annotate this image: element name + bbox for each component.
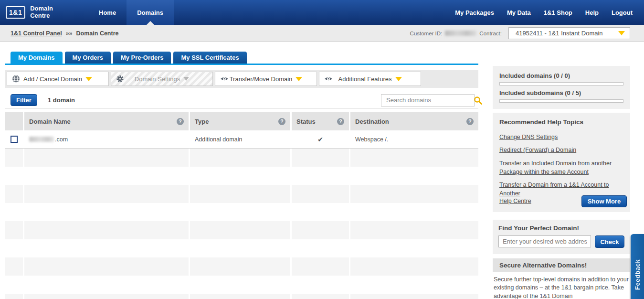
additional-features-label: Additional Features [338, 75, 391, 83]
eye-icon [220, 75, 229, 82]
transfer-move-domain-button[interactable]: Transfer/Move Domain [215, 72, 317, 86]
add-cancel-domain-button[interactable]: Add / Cancel Domain [7, 72, 109, 86]
tab-my-ssl-certificates[interactable]: My SSL Certificates [173, 52, 246, 64]
add-cancel-domain-label: Add / Cancel Domain [23, 75, 82, 83]
header-destination: Destination ? [350, 112, 478, 130]
breadcrumb-separator: »» [66, 30, 73, 37]
help-link-redirect-domain[interactable]: Redirect (Forward) a Domain [499, 147, 576, 153]
nav-item-domains-label: Domains [137, 9, 163, 16]
tab-my-orders[interactable]: My Orders [65, 52, 111, 64]
globe-icon [12, 75, 20, 83]
domain-type-cell: Additional domain [190, 130, 290, 148]
dropdown-arrow-disabled-icon [183, 77, 189, 81]
filter-button[interactable]: Filter [11, 94, 37, 106]
row-spacer [5, 167, 478, 185]
tab-my-domains[interactable]: My Domains [11, 52, 63, 64]
help-link-change-dns[interactable]: Change DNS Settings [499, 134, 558, 140]
brand: 1&1 Domain Centre [0, 5, 88, 20]
search-input[interactable] [381, 96, 473, 104]
page: 1&1 Domain Centre Home Domains My Packag… [0, 0, 644, 299]
help-links: Change DNS Settings Redirect (Forward) a… [499, 132, 623, 198]
active-tab-underline [5, 64, 478, 65]
row-checkbox[interactable] [11, 136, 18, 143]
app-title: Domain Centre [30, 5, 60, 20]
nav-item-my-data[interactable]: My Data [507, 9, 531, 16]
domains-table: Domain Name ? Type ? Status ? Destinatio… [5, 112, 478, 299]
included-subdomains-progressbar [499, 99, 623, 103]
tab-bar: My Domains My Orders My Pre-Orders My SS… [11, 52, 247, 64]
brand-logo-icon[interactable]: 1&1 [6, 6, 25, 19]
header-domain-name: Domain Name ? [24, 112, 189, 130]
empty-row [5, 185, 478, 203]
help-link-transfer-account[interactable]: Transfer a Domain from a 1&1 Account to … [499, 182, 609, 197]
empty-row [5, 257, 478, 276]
tab-my-pre-orders[interactable]: My Pre-Orders [113, 52, 171, 64]
dropdown-arrow-icon [296, 77, 302, 81]
help-centre-link[interactable]: Help Centre [499, 197, 531, 205]
domain-settings-label: Domain Settings [135, 75, 180, 83]
main-nav: Home Domains [88, 0, 174, 25]
included-quota-panel: Included domains (0 / 0) Included subdom… [493, 66, 630, 109]
dropdown-arrow-icon [395, 77, 402, 81]
nav-item-shop[interactable]: 1&1 Shop [544, 9, 572, 16]
domain-name-redacted [29, 137, 54, 142]
help-icon[interactable]: ? [177, 118, 184, 125]
help-icon[interactable]: ? [337, 118, 344, 125]
contract-select-value: 41952411 - 1&1 Instant Domain [516, 30, 618, 37]
empty-row [5, 294, 478, 299]
nav-item-logout[interactable]: Logout [612, 9, 633, 16]
help-link-transfer-included-domain[interactable]: Transfer an Included Domain from another… [499, 160, 612, 175]
feedback-tab[interactable]: Feedback [631, 234, 644, 299]
domain-check-title: Find Your Perfect Domain! [498, 224, 624, 232]
header-destination-label: Destination [355, 118, 466, 125]
eye-icon [324, 75, 333, 82]
nav-item-help[interactable]: Help [585, 9, 599, 16]
customer-id-redacted [445, 31, 476, 36]
row-spacer [5, 203, 478, 221]
search-box [381, 94, 475, 107]
help-icon[interactable]: ? [466, 118, 474, 125]
user-nav: My Packages My Data 1&1 Shop Help Logout [455, 9, 644, 16]
domain-settings-button[interactable]: Domain Settings [111, 72, 213, 86]
row-spacer [5, 239, 478, 257]
empty-row [5, 221, 478, 239]
breadcrumb-root-link[interactable]: 1&1 Control Panel [11, 30, 62, 37]
additional-features-button[interactable]: Additional Features [319, 72, 421, 86]
secure-domains-header: Secure Alternative Domains! [493, 258, 630, 272]
nav-item-domains[interactable]: Domains [127, 0, 174, 25]
header-checkbox-column [5, 112, 23, 130]
gear-icon [116, 75, 124, 83]
active-nav-notch [147, 21, 154, 25]
included-subdomains-label: Included subdomains (0 / 5) [499, 89, 623, 96]
secure-domains-title: Secure Alternative Domains! [499, 262, 587, 269]
topbar: 1&1 Domain Centre Home Domains My Packag… [0, 0, 644, 25]
domain-suffix: .com [55, 136, 68, 143]
header-status: Status ? [292, 112, 349, 130]
nav-item-home[interactable]: Home [88, 0, 127, 25]
header-type: Type ? [190, 112, 290, 130]
help-icon[interactable]: ? [278, 118, 285, 125]
table-row: .com Additional domain ✔ Webspace /. [5, 130, 478, 149]
breadcrumb-bar: 1&1 Control Panel »» Domain Centre Custo… [0, 25, 644, 42]
contract-select[interactable]: 41952411 - 1&1 Instant Domain [508, 27, 630, 39]
nav-item-my-packages[interactable]: My Packages [455, 9, 494, 16]
account-info: Customer ID: Contract: 41952411 - 1&1 In… [410, 27, 644, 39]
result-count: 1 domain [48, 96, 75, 104]
contract-label: Contract: [479, 31, 502, 36]
domain-check-panel: Find Your Perfect Domain! Check [493, 220, 630, 254]
domain-check-input[interactable] [498, 235, 591, 247]
feedback-tab-label: Feedback [634, 259, 641, 290]
header-domain-name-label: Domain Name [29, 118, 177, 125]
row-spacer [5, 276, 478, 294]
status-ok-icon: ✔ [317, 136, 323, 143]
empty-row [5, 149, 478, 167]
search-icon[interactable] [473, 96, 483, 105]
filter-row: Filter 1 domain [5, 92, 478, 109]
domain-destination-cell: Webspace /. [350, 130, 478, 148]
show-more-button[interactable]: Show More [581, 195, 627, 207]
check-button[interactable]: Check [595, 235, 624, 248]
table-header-row: Domain Name ? Type ? Status ? Destinatio… [5, 112, 478, 130]
domain-status-cell: ✔ [292, 130, 349, 148]
header-type-label: Type [195, 118, 278, 125]
domain-actions-toolbar: Add / Cancel Domain Domain Settings Tran… [5, 70, 478, 88]
